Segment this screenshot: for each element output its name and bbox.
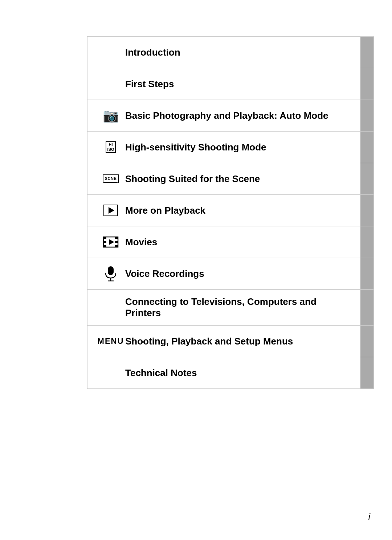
tab-voice-recordings [360,258,373,289]
toc-label-basic-photography: Basic Photography and Playback: Auto Mod… [125,110,328,121]
icon-area-movies [96,235,125,249]
toc-label-high-sensitivity: High-sensitivity Shooting Mode [125,142,266,153]
microphone-icon [104,266,117,282]
toc-row-menus[interactable]: MENU Shooting, Playback and Setup Menus [87,325,374,357]
tab-scene-shooting [360,163,373,194]
scene-icon: SCNE [103,174,119,183]
toc-label-scene-shooting: Shooting Suited for the Scene [125,173,260,185]
toc-label-menus: Shooting, Playback and Setup Menus [125,336,293,347]
tab-high-sensitivity [360,132,373,163]
svg-rect-1 [103,237,106,239]
toc-row-high-sensitivity[interactable]: HI ISO High-sensitivity Shooting Mode [87,131,374,163]
toc-row-first-steps[interactable]: First Steps [87,68,374,100]
svg-rect-2 [115,237,118,239]
toc-label-movies: Movies [125,237,157,248]
toc-container: Introduction First Steps 📷 Basic Photogr… [87,36,374,388]
svg-rect-4 [115,245,118,247]
tab-connecting [360,290,373,325]
tab-technical-notes [360,357,373,388]
icon-area-high-sensitivity: HI ISO [96,141,125,153]
svg-rect-6 [115,241,118,243]
tab-menus [360,326,373,357]
movie-icon [103,235,119,249]
tab-first-steps [360,68,373,100]
svg-rect-5 [103,241,106,243]
tab-basic-photography [360,100,373,131]
toc-row-scene-shooting[interactable]: SCNE Shooting Suited for the Scene [87,163,374,195]
menu-icon: MENU [98,337,124,346]
toc-label-more-playback: More on Playback [125,205,205,216]
toc-label-introduction: Introduction [125,47,180,58]
toc-row-introduction[interactable]: Introduction [87,36,374,68]
hiso-icon: HI ISO [106,141,116,153]
icon-area-menus: MENU [96,337,125,346]
svg-rect-8 [108,266,114,275]
toc-row-voice-recordings[interactable]: Voice Recordings [87,258,374,290]
icon-area-scene-shooting: SCNE [96,174,125,183]
toc-row-connecting[interactable]: Connecting to Televisions, Computers and… [87,289,374,326]
toc-label-technical-notes: Technical Notes [125,367,197,379]
page-number: i [368,512,370,522]
svg-marker-7 [109,239,114,245]
toc-row-more-playback[interactable]: More on Playback [87,194,374,226]
tab-introduction [360,37,373,68]
toc-label-first-steps: First Steps [125,78,174,90]
svg-rect-3 [103,245,106,247]
tab-movies [360,226,373,258]
icon-area-basic-photography: 📷 [96,108,125,123]
icon-area-more-playback [96,205,125,216]
toc-row-movies[interactable]: Movies [87,226,374,258]
toc-row-technical-notes[interactable]: Technical Notes [87,357,374,389]
tab-more-playback [360,195,373,226]
toc-row-basic-photography[interactable]: 📷 Basic Photography and Playback: Auto M… [87,100,374,132]
camera-icon: 📷 [103,108,119,123]
icon-area-voice-recordings [96,266,125,282]
toc-label-connecting: Connecting to Televisions, Computers and… [125,296,352,319]
playback-icon [103,205,118,216]
toc-label-voice-recordings: Voice Recordings [125,268,204,279]
